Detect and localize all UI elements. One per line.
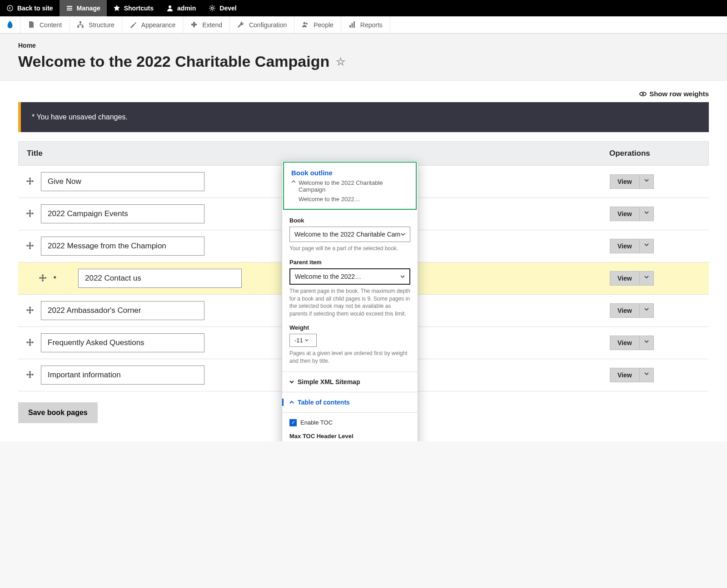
chevron-down-icon[interactable] — [640, 239, 653, 253]
appearance-icon — [129, 21, 138, 29]
chevron-down-icon[interactable] — [640, 272, 653, 285]
row-title-input[interactable]: Important information — [41, 366, 204, 385]
max-toc-label: Max TOC Header Level — [289, 433, 410, 440]
chevron-down-icon[interactable] — [640, 304, 653, 317]
weight-select[interactable]: -11 — [289, 334, 317, 347]
row-title-input[interactable]: 2022 Message from the Champion — [41, 237, 204, 256]
row-title-input[interactable]: Frequently Asked Questions — [41, 333, 204, 352]
svg-rect-10 — [354, 21, 355, 28]
svg-point-7 — [306, 23, 308, 25]
svg-point-12 — [642, 93, 644, 95]
chevron-down-icon — [401, 232, 405, 237]
shortcuts-label: Shortcuts — [124, 5, 154, 12]
title-column-header: Title — [27, 149, 609, 158]
chevron-down-icon — [400, 274, 405, 279]
save-book-pages-button[interactable]: Save book pages — [18, 402, 98, 423]
page-title: Welcome to the 2022 Charitable Campaign — [18, 53, 329, 70]
unsaved-changes-warning: * You have unsaved changes. — [18, 102, 709, 132]
parent-help-text: The parent page in the book. The maximum… — [289, 287, 410, 318]
drag-handle-icon[interactable] — [26, 306, 35, 315]
drupal-logo[interactable] — [0, 16, 20, 33]
row-title-input[interactable]: Give Now — [41, 172, 204, 191]
weight-label: Weight — [289, 324, 410, 331]
operations-column-header: Operations — [609, 149, 700, 158]
admin-appearance-link[interactable]: Appearance — [122, 16, 184, 33]
chevron-down-icon[interactable] — [640, 207, 653, 221]
admin-extend-link[interactable]: Extend — [183, 16, 230, 33]
weight-help-text: Pages at a given level are ordered first… — [289, 350, 410, 365]
chevron-up-icon — [291, 179, 296, 184]
svg-point-1 — [169, 5, 171, 8]
svg-rect-3 — [80, 21, 81, 23]
admin-structure-link[interactable]: Structure — [70, 16, 122, 33]
row-title-input[interactable]: 2022 Contact us — [78, 269, 242, 288]
wrench-icon — [237, 21, 245, 29]
chevron-down-icon[interactable] — [640, 175, 653, 188]
svg-point-2 — [211, 7, 214, 10]
chevron-up-icon — [289, 400, 294, 405]
book-select-label: Book — [289, 217, 410, 224]
book-select[interactable]: Welcome to the 2022 Charitable Camp — [289, 227, 410, 242]
back-icon — [6, 5, 14, 12]
gear-icon — [209, 5, 216, 12]
devel-label: Devel — [219, 5, 236, 12]
enable-toc-label: Enable TOC — [300, 419, 333, 426]
svg-rect-8 — [349, 25, 351, 28]
show-row-weights-toggle[interactable]: Show row weights — [18, 90, 709, 98]
drag-handle-icon[interactable] — [39, 274, 47, 282]
favorite-star-icon[interactable]: ☆ — [336, 55, 346, 68]
modified-indicator: * — [54, 275, 58, 282]
people-icon — [302, 21, 310, 29]
user-icon — [166, 5, 174, 12]
user-label: admin — [177, 5, 196, 12]
shortcuts-link[interactable]: Shortcuts — [107, 0, 160, 16]
svg-rect-5 — [82, 26, 84, 28]
manage-link[interactable]: Manage — [60, 0, 107, 16]
view-button[interactable]: View — [610, 207, 654, 221]
book-outline-section[interactable]: Book outline Welcome to the 2022 Charita… — [283, 162, 417, 210]
structure-icon — [77, 21, 85, 29]
enable-toc-checkbox[interactable]: ✓ — [289, 419, 297, 426]
book-help-text: Your page will be a part of the selected… — [289, 245, 410, 252]
svg-rect-4 — [77, 26, 79, 28]
view-button[interactable]: View — [610, 239, 654, 253]
svg-point-0 — [7, 5, 13, 11]
reports-icon — [349, 21, 357, 29]
view-button[interactable]: View — [610, 271, 654, 286]
drag-handle-icon[interactable] — [26, 371, 35, 379]
xml-sitemap-section[interactable]: Simple XML Sitemap — [289, 378, 410, 385]
svg-point-6 — [304, 22, 306, 24]
chevron-down-icon — [289, 380, 294, 384]
user-link[interactable]: admin — [160, 0, 202, 16]
row-title-input[interactable]: 2022 Ambassador's Corner — [41, 301, 204, 320]
breadcrumb[interactable]: Home — [18, 42, 709, 49]
drag-handle-icon[interactable] — [26, 339, 35, 347]
view-button[interactable]: View — [610, 303, 654, 318]
chevron-down-icon — [305, 338, 309, 342]
drag-handle-icon[interactable] — [26, 178, 35, 186]
toc-section-header[interactable]: Table of contents — [282, 399, 410, 406]
chevron-down-icon[interactable] — [640, 336, 653, 350]
chevron-down-icon[interactable] — [640, 368, 653, 382]
admin-people-link[interactable]: People — [294, 16, 341, 33]
back-label: Back to site — [17, 5, 53, 12]
admin-content-link[interactable]: Content — [20, 16, 70, 33]
admin-configuration-link[interactable]: Configuration — [230, 16, 294, 33]
row-title-input[interactable]: 2022 Campaign Events — [41, 204, 204, 223]
view-button[interactable]: View — [610, 174, 654, 189]
settings-panel: Book outline Welcome to the 2022 Charita… — [282, 160, 418, 441]
drag-handle-icon[interactable] — [26, 242, 35, 250]
view-button[interactable]: View — [610, 336, 654, 350]
file-icon — [28, 21, 36, 29]
drag-handle-icon[interactable] — [26, 210, 35, 218]
view-button[interactable]: View — [610, 368, 654, 382]
parent-select-label: Parent item — [289, 259, 410, 266]
extend-icon — [190, 21, 199, 29]
menu-icon — [66, 5, 73, 12]
back-to-site-link[interactable]: Back to site — [0, 0, 60, 16]
svg-rect-9 — [351, 23, 353, 28]
manage-label: Manage — [77, 5, 100, 12]
admin-reports-link[interactable]: Reports — [341, 16, 390, 33]
devel-link[interactable]: Devel — [202, 0, 243, 16]
parent-select[interactable]: Welcome to the 2022… — [289, 268, 410, 285]
